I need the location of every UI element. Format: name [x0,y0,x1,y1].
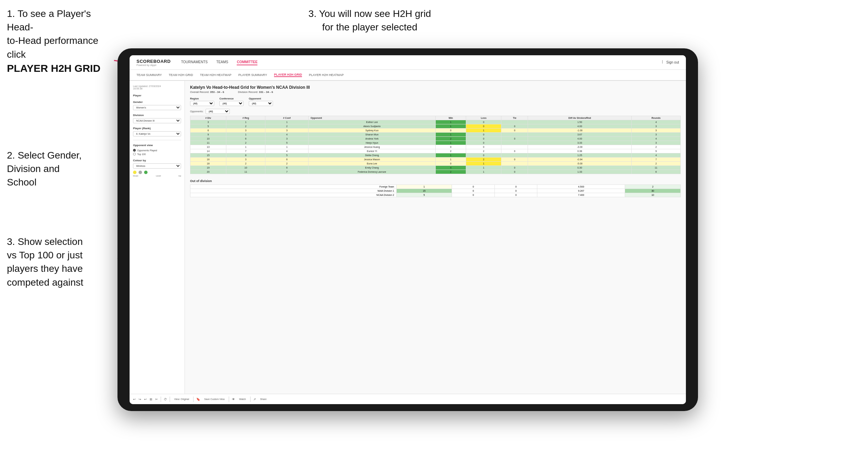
toolbar-sep5 [250,397,251,402]
table-row: 1063 Andrea York 200 4.004 [190,137,681,141]
overall-record: Overall Record: 353 - 34 - 6 [190,90,224,94]
table-row: NCAA Division 2 5 0 0 7.400 10 [190,193,681,197]
view-original-btn[interactable]: View: Original [173,397,190,401]
sidebar-division-section: Division NCAA Division III [133,114,181,123]
table-row: 1585 Stella Cheng 10 1.254 [190,153,681,158]
sidebar-timestamp: Last Updated: 27/03/2024 16:55:38 [133,85,181,90]
undo-icon[interactable]: ↩ [133,398,136,401]
table-row: Foreign Team 1 0 0 4.500 2 [190,185,681,189]
redo-icon[interactable]: ↪ [139,398,141,401]
table-row: 1474 Eunice Yi 220 0.389 [190,149,681,153]
radio-dot-top100 [133,153,136,155]
out-of-division-label: Out of division [190,179,681,183]
toolbar-sep1 [161,397,161,402]
legend-level-label: Level [156,175,161,177]
filter-region: Region (All) [190,97,214,106]
division-label: Division [133,114,181,117]
copy-icon[interactable]: ⊞ [150,398,152,401]
sidebar: Last Updated: 27/03/2024 16:55:38 Player… [130,81,185,394]
logo-sub-text: Powered by clippd [136,64,171,66]
region-filter-select[interactable]: (All) [190,101,214,106]
col-div: # Div [190,116,226,120]
legend-dot-level [139,171,142,174]
legend-up-label: Up [178,175,181,177]
table-row: 311 Esther Lee 10 1.504 [190,120,681,124]
back-icon[interactable]: ↩ [144,398,147,401]
division-record: Division Record: 331 - 34 - 6 [238,90,273,94]
colour-by-label: Colour by [133,159,181,162]
col-reg: # Reg [226,116,265,120]
legend-dot-up [144,171,148,174]
table-row: 1822 Euna Lee 01 -5.002 [190,162,681,166]
chart-subtitle: Overall Record: 353 - 34 - 6 Division Re… [190,90,681,94]
save-custom-view-btn[interactable]: Save Custom View [203,397,226,401]
table-row: 633 Sydney Kuo 010 -1.003 [190,128,681,133]
opponent-filter-select[interactable]: (All) [249,101,273,106]
subnav-player-h2h-grid[interactable]: PLAYER H2H GRID [274,73,302,77]
player-rank-label: Player (Rank) [133,127,181,130]
nav-pipe: | [662,60,663,65]
subnav-team-h2h-grid[interactable]: TEAM H2H GRID [169,73,193,77]
radio-top100[interactable]: Top 100 [133,153,181,155]
col-win: Win [436,116,466,120]
opponents-all-select[interactable]: (All) [206,109,230,114]
nav-committee[interactable]: COMMITTEE [237,59,257,65]
tablet-screen: SCOREBOARD Powered by clippd TOURNAMENTS… [130,55,686,404]
subnav-player-h2h-heatmap[interactable]: PLAYER H2H HEATMAP [309,73,344,77]
opponent-filter-label: Opponent [249,97,273,100]
opponents-filter-label: Opponents: (All) [190,109,681,114]
col-diff: Diff Av Strokes/Rnd [528,116,632,120]
share-arrow-icon: ↗ [253,398,256,401]
table-row: 522 Alexis Sudjianto 100 4.003 [190,124,681,128]
colour-by-select[interactable]: Win/loss [133,163,181,169]
col-opponent: Opponent [308,116,435,120]
instruction-step1: 1. To see a Player's Head- to-Head perfo… [7,7,117,76]
radio1-label: Opponents Played [137,149,157,152]
instruction-step3-right: 3. You will now see H2H grid for the pla… [283,7,456,34]
radio-opponents-played[interactable]: Opponents Played [133,149,181,152]
sub-nav: TEAM SUMMARY TEAM H2H GRID TEAM H2H HEAT… [130,70,686,81]
instruction-step2: 2. Select Gender, Division and School [7,149,117,189]
table-row: 1636 Jessica Mason 120 -0.947 [190,158,681,162]
colour-by-section: Colour by Win/loss Down Level Up [133,159,181,177]
toolbar-sep2 [170,397,170,402]
chart-title: Katelyn Vo Head-to-Head Grid for Women's… [190,85,681,90]
gender-label: Gender [133,101,181,104]
subnav-team-summary[interactable]: TEAM SUMMARY [136,73,162,77]
table-row: 1125 Heejo Hyun 10 3.333 [190,141,681,145]
app-nav: SCOREBOARD Powered by clippd TOURNAMENTS… [130,55,686,70]
table-row: 1311 Jessica Huang 00 -3.002 [190,145,681,149]
bookmark-icon: 🔖 [196,398,200,401]
gender-select[interactable]: Women's [133,105,181,110]
table-row: 20117 Federica Domecq Lacroze 210 1.336 [190,170,681,174]
share-btn[interactable]: Share [259,397,268,401]
crop-icon[interactable]: ✂ [155,398,158,401]
main-content: Last Updated: 27/03/2024 16:55:38 Player… [130,81,686,394]
nav-tournaments[interactable]: TOURNAMENTS [181,59,208,65]
clock-icon[interactable]: ⏱ [164,398,167,401]
filter-conference: Conference (All) [219,97,244,106]
eye-icon: 👁 [232,398,235,401]
h2h-table: # Div # Reg # Conf Opponent Win Loss Tie… [190,116,681,174]
instruction-step3-left: 3. Show selection vs Top 100 or just pla… [7,235,117,289]
toolbar: ↩ ↪ ↩ ⊞ ✂ ⏱ View: Original 🔖 Save Custom… [130,394,686,404]
nav-items: TOURNAMENTS TEAMS COMMITTEE [181,59,662,65]
radio-dot-played [133,149,136,152]
radio2-label: Top 100 [137,153,146,155]
player-rank-select[interactable]: 8. Katelyn Vo [133,131,181,136]
logo-main-text: SCOREBOARD [136,59,171,64]
division-select[interactable]: NCAA Division III [133,118,181,123]
opponent-view-section: Opponent view Opponents Played Top 100 [133,144,181,155]
watch-btn[interactable]: Watch [238,397,247,401]
app-logo: SCOREBOARD Powered by clippd [136,59,171,66]
subnav-team-h2h-heatmap[interactable]: TEAM H2H HEATMAP [200,73,232,77]
subnav-player-summary[interactable]: PLAYER SUMMARY [238,73,267,77]
toolbar-sep3 [193,397,194,402]
toolbar-sep4 [229,397,229,402]
conference-filter-label: Conference [219,97,244,100]
conference-filter-select[interactable]: (All) [219,101,244,106]
filter-opponent: Opponent (All) [249,97,273,106]
opponent-view-label: Opponent view [133,144,181,147]
sign-out-link[interactable]: Sign out [666,60,679,65]
nav-teams[interactable]: TEAMS [216,59,228,65]
